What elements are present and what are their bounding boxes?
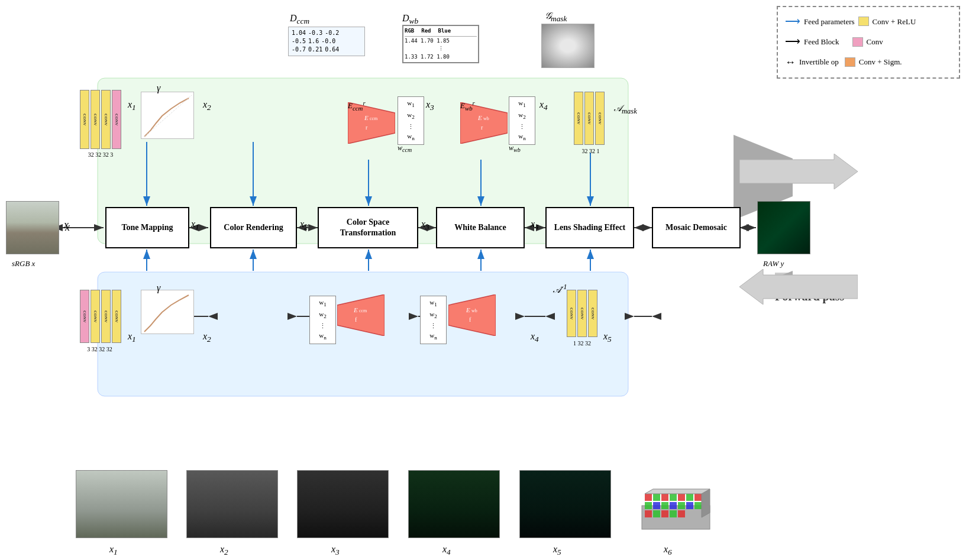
srgb-input-image	[6, 201, 59, 254]
feed-block-arrow-icon: ⟶	[785, 32, 800, 51]
svg-rect-64	[694, 502, 702, 509]
x5-fwd-label: x5	[603, 331, 612, 344]
white-balance-block: White Balance	[436, 207, 525, 248]
g-mask-image	[541, 24, 595, 68]
feed-params-arrow-icon: ⟶	[785, 12, 800, 31]
svg-text:E: E	[353, 306, 358, 313]
svg-rect-58	[645, 502, 652, 509]
bottom-label-x3: x3	[331, 544, 340, 557]
svg-rect-55	[678, 494, 685, 501]
ewb-r-label: Ewbr	[460, 99, 475, 112]
cst-block: Color Space Transformation	[318, 207, 418, 248]
a-inv-label: 𝒜-1	[553, 283, 567, 295]
w-wb-label: wwb	[509, 144, 521, 153]
raw-output-image	[757, 201, 810, 254]
svg-rect-53	[661, 494, 668, 501]
gamma-label-reverse: γ	[157, 83, 160, 93]
bottom-image-x3	[297, 470, 389, 538]
gamma-label-forward: γ	[157, 283, 160, 293]
x2-var-label-top: x2	[203, 99, 211, 112]
conv-relu-swatch	[858, 17, 869, 26]
legend-invertible-label: Invertible op	[799, 55, 839, 69]
svg-text:ccm: ccm	[359, 308, 367, 313]
bottom-image-x6	[630, 470, 722, 538]
conv-dims-reverse-1: 32 32 32 3	[80, 151, 121, 158]
svg-rect-67	[661, 510, 668, 517]
svg-text:E: E	[466, 306, 470, 313]
w-wb-fwd-vector: w1w2⋮wn	[420, 296, 447, 344]
legend-box: ⟶ Feed parameters Conv + ReLU ⟶ Feed Blo…	[777, 6, 960, 79]
reverse-pass-arrow	[739, 154, 858, 189]
raw-label: RAW y	[763, 259, 784, 268]
w-ccm-label: wccm	[398, 144, 412, 153]
d-ccm-label: Dccm	[290, 13, 309, 26]
gamma-curve-forward	[141, 290, 194, 334]
bottom-label-x1: x1	[109, 544, 118, 557]
bottom-image-x2	[186, 470, 278, 538]
conv-dims-amask: 32 32 1	[571, 148, 610, 154]
legend-feed-block-label: Feed Block	[804, 35, 839, 48]
w-ccm-fwd-vector: w1w2⋮wn	[309, 296, 336, 344]
conv-stack-amask: CONV CONV CONV	[574, 92, 605, 145]
x4-mid-label: x4	[531, 219, 539, 232]
x2-fwd-label: x2	[203, 331, 211, 344]
g-mask-label: 𝒢mask	[544, 11, 567, 24]
legend-row-feed-block: ⟶ Feed Block Conv	[785, 32, 952, 51]
svg-rect-54	[670, 494, 677, 501]
bottom-image-x1	[76, 470, 167, 538]
ewb-f-encoder: E wb f	[448, 294, 496, 336]
color-rendering-block: Color Rendering	[210, 207, 297, 248]
x3-var-label-top: x3	[426, 99, 434, 112]
legend-row-feed-params: ⟶ Feed parameters Conv + ReLU	[785, 12, 952, 31]
svg-text:wb: wb	[483, 116, 489, 121]
x4-var-label-top: x4	[539, 99, 548, 112]
svg-rect-63	[686, 502, 693, 509]
conv-dims-forward-amask: 1 32 32	[564, 340, 600, 347]
eccm-f-encoder: E ccm f	[337, 294, 385, 336]
conv-stack-reverse-1: CONV CONV CONV CONV	[80, 90, 121, 149]
svg-rect-62	[678, 502, 685, 509]
svg-rect-52	[653, 494, 660, 501]
bottom-label-x4: x4	[442, 544, 451, 557]
tone-mapping-block: Tone Mapping	[105, 207, 189, 248]
svg-rect-69	[678, 510, 685, 517]
conv-stack-forward-amask: CONV CONV CONV	[567, 290, 597, 337]
bottom-label-x5: x5	[553, 544, 561, 557]
svg-text:wb: wb	[471, 308, 477, 313]
svg-text:E: E	[364, 114, 369, 121]
gamma-curve-reverse	[141, 92, 194, 139]
d-ccm-matrix: 1.04-0.3-0.2 -0.51.6-0.0 -0.70.210.64	[288, 27, 365, 56]
svg-rect-65	[645, 510, 652, 517]
w-wb-vector: w1w2⋮wn	[509, 96, 535, 145]
bottom-image-x4	[408, 470, 500, 538]
forward-pass-arrow	[739, 269, 858, 305]
x3-mid-label: x3	[421, 219, 429, 232]
svg-marker-73	[739, 269, 858, 305]
svg-rect-68	[670, 510, 677, 517]
invertible-arrow-icon: ↔	[785, 53, 796, 72]
svg-marker-46	[448, 294, 496, 336]
conv-dims-forward-1: 3 32 32 32	[78, 346, 121, 352]
svg-rect-51	[645, 494, 652, 501]
svg-marker-72	[739, 154, 858, 189]
svg-rect-57	[694, 494, 702, 501]
x-arrow-label: x	[64, 219, 69, 231]
svg-text:ccm: ccm	[370, 116, 378, 121]
svg-rect-59	[653, 502, 660, 509]
d-wb-label: Dwb	[402, 13, 418, 26]
svg-text:E: E	[477, 114, 482, 121]
w-ccm-vector: w1w2⋮wn	[398, 96, 424, 145]
bottom-label-x2: x2	[220, 544, 228, 557]
mosaic-demosaic-block: Mosaic Demosaic	[652, 207, 741, 248]
bottom-label-x6: x6	[664, 544, 672, 557]
d-wb-table: RGBRedBlue 1.44 1.70 1.85 ⋮ 1.33 1.72 1.…	[402, 25, 479, 63]
x2-mid-label: x2	[300, 219, 308, 232]
legend-conv-label: Conv	[867, 35, 883, 48]
conv-stack-forward-1: CONV CONV CONV CONV	[80, 290, 121, 343]
legend-conv-relu-label: Conv + ReLU	[873, 15, 916, 28]
legend-row-invertible: ↔ Invertible op Conv + Sigm.	[785, 53, 952, 72]
a-mask-label: 𝒜mask	[614, 103, 637, 116]
conv-swatch	[852, 37, 863, 47]
x1-fwd-label: x1	[128, 331, 136, 344]
eccm-r-label: Eccmr	[348, 99, 366, 112]
